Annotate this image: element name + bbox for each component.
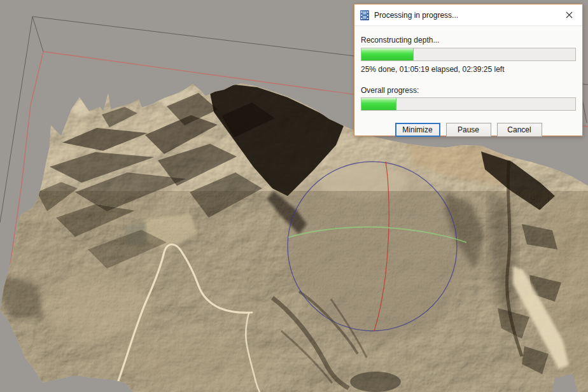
cancel-button[interactable]: Cancel bbox=[497, 123, 542, 137]
shrub-speckle bbox=[0, 191, 588, 392]
overall-progress-fill bbox=[361, 98, 396, 110]
overall-progress-label: Overall progress: bbox=[361, 86, 576, 95]
depth-progress-status: 25% done, 01:05:19 elapsed, 02:39:25 lef… bbox=[361, 65, 576, 74]
close-icon bbox=[566, 11, 573, 18]
dialog-button-row: Minimize Pause Cancel bbox=[361, 123, 576, 137]
depth-progress-bar bbox=[361, 48, 576, 61]
dialog-title: Processing in progress... bbox=[374, 11, 458, 20]
minimize-button[interactable]: Minimize bbox=[395, 123, 440, 137]
close-button[interactable] bbox=[559, 7, 578, 24]
dialog-titlebar[interactable]: Processing in progress... bbox=[354, 4, 582, 26]
filmstrip-icon bbox=[360, 10, 369, 20]
depth-progress-fill bbox=[361, 48, 414, 60]
depth-progress-label: Reconstructing depth... bbox=[361, 36, 576, 45]
overall-progress-bar bbox=[361, 97, 576, 111]
processing-dialog: Processing in progress... Reconstructing… bbox=[354, 4, 583, 136]
pause-button[interactable]: Pause bbox=[446, 123, 491, 137]
